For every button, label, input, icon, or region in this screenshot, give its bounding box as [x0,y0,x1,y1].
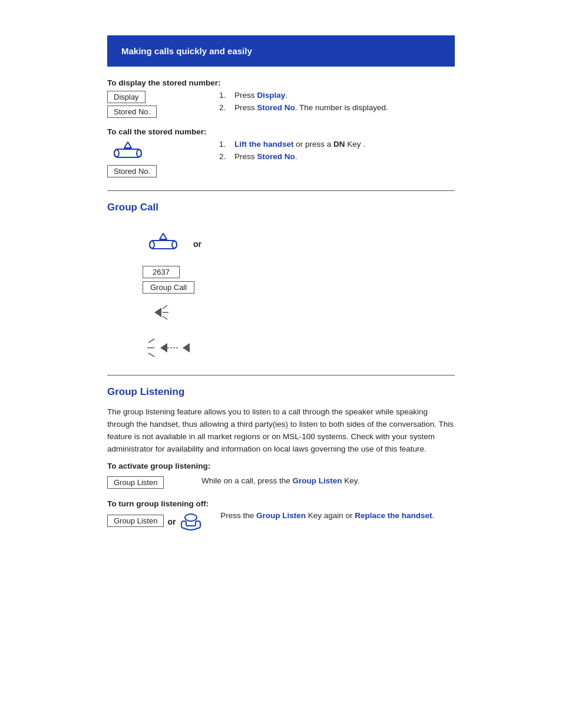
svg-marker-17 [183,343,190,353]
group-listen-key-2: Group Listen [107,515,164,527]
activate-row: Group Listen While on a call, press the … [107,476,455,491]
group-call-keys: 2637 Group Call [143,263,194,294]
display-highlight: Display [257,91,285,100]
signal-icon-2 [143,333,201,364]
phone-or-row: or [143,231,201,256]
group-listen-highlight-2: Group Listen [256,511,306,520]
stored-no-highlight: Stored No [257,103,295,112]
turn-off-row: To turn group listening off: Group Liste… [107,499,455,532]
call-steps: 1. Lift the handset or press a DN Key . … [219,140,455,161]
header-banner: Making calls quickly and easily [107,35,455,67]
call-label: To call the stored number: [107,127,455,136]
svg-point-18 [185,514,197,521]
turnoff-right: Press the Group Listen Key again or Repl… [220,499,455,520]
activate-label: To activate group listening: [107,462,455,470]
handset-icon [179,512,203,532]
display-stored-section: To display the stored number: Display St… [107,78,455,120]
svg-point-3 [137,150,141,157]
stored-no-highlight-2: Stored No [257,152,295,161]
group-call-diagram: or 2637 Group Call [143,231,455,364]
step-2: 2. Press Stored No. The number is displa… [219,103,455,112]
replace-handset-highlight: Replace the handset [355,511,432,520]
lift-handset-highlight: Lift the handset [234,140,294,149]
phone-icon [107,140,148,165]
header-title: Making calls quickly and easily [121,46,252,56]
divider-1 [107,190,455,191]
group-listening-section: Group Listening The group listening feat… [107,386,455,532]
step-1: 1. Press Display. [219,91,455,100]
display-steps: 1. Press Display. 2. Press Stored No. Th… [219,91,455,112]
group-call-section: Group Call or 2637 [107,202,455,364]
group-listening-description: The group listening feature allows you t… [107,406,455,456]
phone-icon-2 [143,231,184,256]
svg-line-14 [148,353,154,357]
turnoff-or: or [167,517,176,526]
call-step-1: 1. Lift the handset or press a DN Key . [219,140,455,149]
svg-line-12 [148,339,154,342]
display-key: Display [107,91,146,103]
svg-marker-8 [154,308,161,317]
activate-instruction: While on a call, press the Group Listen … [201,476,455,485]
svg-line-11 [163,316,167,319]
svg-point-7 [172,241,177,248]
group-call-title: Group Call [107,202,455,213]
turnoff-left: To turn group listening off: Group Liste… [107,499,209,532]
divider-2 [107,375,455,375]
group-listen-key-1: Group Listen [107,476,164,489]
call-step-2: 2. Press Stored No. [219,152,455,161]
svg-marker-15 [160,343,167,353]
svg-marker-1 [124,142,131,148]
display-label: To display the stored number: [107,78,455,87]
or-text: or [193,239,201,249]
stored-no-key-2: Stored No. [107,165,157,177]
group-listening-title: Group Listening [107,386,455,398]
activate-key-area: Group Listen [107,476,190,491]
call-stored-section: To call the stored number: [107,127,455,180]
svg-marker-5 [160,233,167,239]
stored-no-key-1: Stored No. [107,106,157,118]
group-call-button: Group Call [143,281,194,294]
call-keys: Stored No. [107,140,201,180]
svg-point-2 [114,150,119,157]
group-call-number: 2637 [143,266,180,278]
group-listen-highlight-1: Group Listen [293,476,342,485]
dn-key-label: DN [333,140,345,149]
turnoff-key-row: Group Listen or [107,512,209,532]
turnoff-label: To turn group listening off: [107,499,209,508]
signal-icon-1 [143,301,172,326]
svg-line-9 [163,305,167,309]
display-keys: Display Stored No. [107,91,201,120]
svg-point-6 [150,241,154,248]
